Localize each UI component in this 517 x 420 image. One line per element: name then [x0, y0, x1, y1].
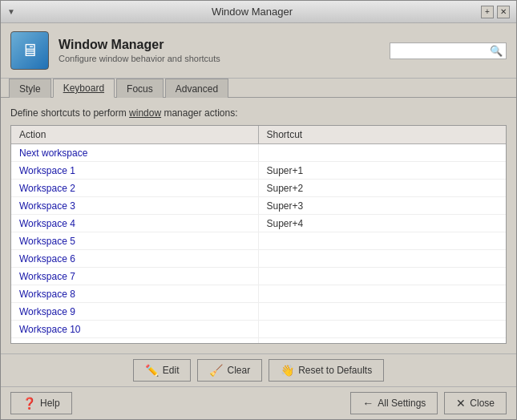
table-row[interactable]: Workspace 4 Super+4	[11, 215, 506, 232]
shortcuts-table: Action Shortcut Next workspace Workspace…	[10, 125, 507, 344]
app-title: Window Manager	[59, 38, 380, 52]
shortcut-cell	[259, 303, 507, 320]
description: Define shortcuts to perform window manag…	[10, 107, 507, 119]
table-body[interactable]: Next workspace Workspace 1 Super+1 Works…	[11, 144, 506, 343]
edit-button[interactable]: ✏️ Edit	[133, 359, 192, 382]
shortcut-cell	[259, 268, 507, 285]
content-area: Define shortcuts to perform window manag…	[1, 98, 516, 353]
minimize-button[interactable]: +	[481, 6, 494, 18]
table-row[interactable]: Workspace 1 Super+1	[11, 162, 506, 180]
footer-right: ← All Settings ✕ Close	[350, 392, 507, 414]
action-cell: Workspace 11	[11, 338, 259, 343]
tab-style[interactable]: Style	[9, 79, 51, 98]
titlebar-left: ▼	[7, 7, 23, 16]
footer-left: ❓ Help	[10, 392, 72, 414]
all-settings-button[interactable]: ← All Settings	[350, 392, 438, 414]
table-row[interactable]: Workspace 6	[11, 250, 506, 268]
tab-keyboard[interactable]: Keyboard	[53, 79, 115, 98]
app-icon-glyph: 🖥	[21, 40, 38, 61]
app-header: 🖥 Window Manager Configure window behavi…	[1, 23, 516, 79]
table-row[interactable]: Workspace 5	[11, 232, 506, 250]
shortcut-cell	[259, 250, 507, 267]
action-cell: Workspace 7	[11, 268, 259, 285]
action-cell: Workspace 1	[11, 162, 259, 179]
main-window: ▼ Window Manager + ✕ 🖥 Window Manager Co…	[0, 0, 517, 420]
app-info: Window Manager Configure window behavior…	[59, 38, 380, 63]
action-cell: Workspace 3	[11, 197, 259, 214]
window-title: Window Manager	[23, 6, 481, 18]
action-cell: Workspace 6	[11, 250, 259, 267]
menu-arrow[interactable]: ▼	[7, 7, 15, 16]
arrow-left-icon: ←	[362, 397, 374, 410]
reset-icon: 👋	[281, 364, 294, 377]
app-subtitle: Configure window behavior and shortcuts	[59, 54, 380, 63]
action-cell: Workspace 10	[11, 321, 259, 337]
shortcut-cell: Super+2	[259, 180, 507, 196]
footer-bar: ❓ Help ← All Settings ✕ Close	[1, 386, 516, 419]
action-cell: Workspace 4	[11, 215, 259, 232]
shortcut-cell: Super+4	[259, 215, 507, 232]
col-action: Action	[11, 126, 259, 143]
table-row[interactable]: Workspace 2 Super+2	[11, 180, 506, 197]
pencil-icon: ✏️	[145, 364, 159, 377]
col-shortcut: Shortcut	[259, 126, 507, 143]
close-button[interactable]: ✕	[497, 6, 510, 18]
close-x-icon: ✕	[456, 397, 466, 410]
table-row[interactable]: Workspace 7	[11, 268, 506, 285]
titlebar: ▼ Window Manager + ✕	[1, 1, 516, 23]
action-buttons: ✏️ Edit 🧹 Clear 👋 Reset to Defaults	[1, 353, 516, 386]
search-icon: 🔍	[490, 45, 503, 57]
shortcut-cell	[259, 338, 507, 343]
action-cell: Workspace 5	[11, 232, 259, 249]
table-row[interactable]: Workspace 3 Super+3	[11, 197, 506, 215]
titlebar-buttons: + ✕	[481, 6, 510, 18]
action-cell: Workspace 8	[11, 285, 259, 302]
close-button-footer[interactable]: ✕ Close	[444, 392, 507, 414]
tabs-bar: Style Keyboard Focus Advanced	[1, 79, 516, 98]
shortcut-cell	[259, 321, 507, 337]
shortcut-cell: Super+1	[259, 162, 507, 179]
broom-icon: 🧹	[209, 364, 223, 377]
search-box[interactable]: 🔍	[390, 42, 507, 59]
action-cell: Workspace 2	[11, 180, 259, 196]
search-input[interactable]	[394, 45, 490, 56]
shortcut-cell	[259, 285, 507, 302]
table-row[interactable]: Workspace 11	[11, 338, 506, 343]
help-icon: ❓	[22, 397, 36, 410]
shortcut-cell	[259, 232, 507, 249]
tab-advanced[interactable]: Advanced	[165, 79, 228, 98]
help-button[interactable]: ❓ Help	[10, 392, 72, 414]
action-cell: Next workspace	[11, 144, 259, 161]
clear-button[interactable]: 🧹 Clear	[197, 359, 262, 382]
reset-button[interactable]: 👋 Reset to Defaults	[269, 359, 384, 382]
table-row[interactable]: Workspace 9	[11, 303, 506, 321]
tab-focus[interactable]: Focus	[116, 79, 164, 98]
action-cell: Workspace 9	[11, 303, 259, 320]
table-row[interactable]: Workspace 10	[11, 321, 506, 338]
shortcut-cell: Super+3	[259, 197, 507, 214]
table-header: Action Shortcut	[11, 126, 506, 144]
shortcut-cell	[259, 144, 507, 161]
table-row[interactable]: Next workspace	[11, 144, 506, 162]
table-row[interactable]: Workspace 8	[11, 285, 506, 303]
app-icon: 🖥	[10, 31, 49, 70]
